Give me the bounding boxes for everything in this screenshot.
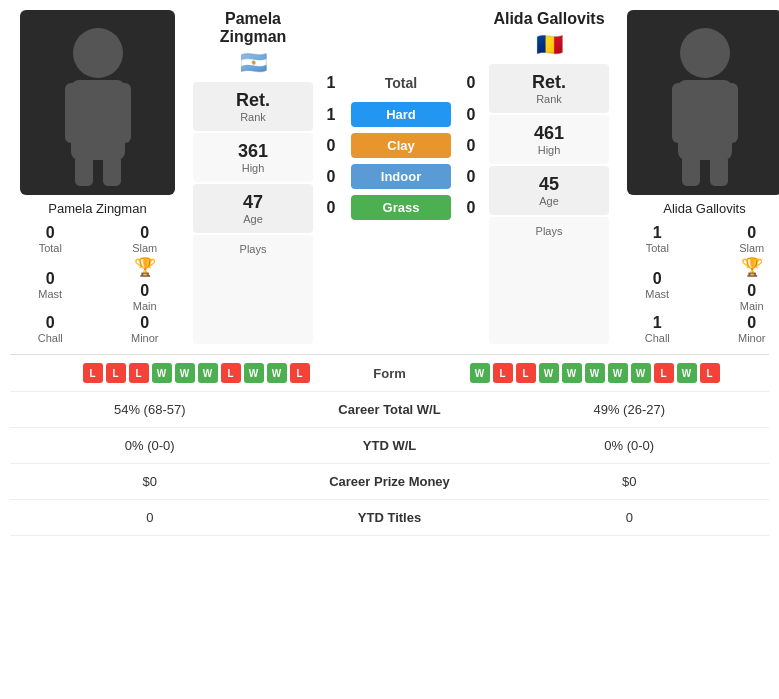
left-info-panel: Pamela Zingman 🇦🇷 Ret. Rank 361 High 47 …	[193, 10, 313, 344]
match-row-hard: 1 Hard 0	[321, 102, 481, 127]
left-stat-mast: 0 Mast	[38, 270, 62, 300]
surface-label-hard: Hard	[351, 102, 451, 127]
left-stat-slam: 0 Slam	[105, 224, 186, 254]
left-player-stats: 0 Total 0 Slam 0 Mast 🏆 0	[10, 224, 185, 344]
form-badge-l: L	[290, 363, 310, 383]
stat-row-left-value: 0	[10, 510, 290, 525]
left-age-box: 47 Age	[193, 184, 313, 233]
stat-row-right-value: 0% (0-0)	[490, 438, 770, 453]
svg-rect-4	[75, 156, 93, 186]
stat-row: 54% (68-57) Career Total W/L 49% (26-27)	[10, 392, 769, 428]
left-trophy-icon: 🏆	[134, 256, 156, 278]
form-badge-w: W	[175, 363, 195, 383]
left-trophy-row: 0 Mast	[10, 258, 91, 312]
stat-row-right-value: 49% (26-27)	[490, 402, 770, 417]
right-player-card: Alida Gallovits 1 Total 0 Slam 0 Mast	[617, 10, 779, 344]
left-stat-main: 0 Main	[133, 282, 157, 312]
svg-rect-10	[682, 156, 700, 186]
match-row-grass: 0 Grass 0	[321, 195, 481, 220]
bottom-table: LLLWWWLWWL Form WLLWWWWWLWL 54% (68-57) …	[10, 354, 769, 536]
top-section: Pamela Zingman 0 Total 0 Slam 0 Mast	[0, 0, 779, 344]
right-stat-minor: 0 Minor	[712, 314, 780, 344]
right-trophy-row: 0 Mast	[617, 258, 698, 312]
form-badge-l: L	[700, 363, 720, 383]
page-container: Pamela Zingman 0 Total 0 Slam 0 Mast	[0, 0, 779, 536]
center-match-panel: 1 Total 0 1 Hard 0 0 Clay 0 0 Indoor 0	[321, 10, 481, 344]
form-badge-w: W	[608, 363, 628, 383]
svg-point-6	[680, 28, 730, 78]
form-badge-w: W	[562, 363, 582, 383]
svg-rect-8	[672, 83, 688, 143]
left-stat-total: 0 Total	[10, 224, 91, 254]
right-stat-mast: 0 Mast	[645, 270, 669, 300]
form-badge-w: W	[198, 363, 218, 383]
match-row-clay: 0 Clay 0	[321, 133, 481, 158]
stat-row: 0% (0-0) YTD W/L 0% (0-0)	[10, 428, 769, 464]
left-player-avatar	[20, 10, 175, 195]
right-plays-box: Plays	[489, 217, 609, 344]
stat-row-left-value: $0	[10, 474, 290, 489]
match-row-total: 1 Total 0	[321, 70, 481, 96]
form-badge-l: L	[106, 363, 126, 383]
right-stat-main: 0 Main	[740, 282, 764, 312]
left-high-box: 361 High	[193, 133, 313, 182]
right-stat-slam: 0 Slam	[712, 224, 780, 254]
left-stat-chall: 0 Chall	[10, 314, 91, 344]
stat-row-center-label: Career Prize Money	[290, 474, 490, 489]
left-trophy-main: 🏆 0 Main	[105, 256, 186, 312]
svg-rect-5	[103, 156, 121, 186]
stat-row-right-value: 0	[490, 510, 770, 525]
stat-row: 0 YTD Titles 0	[10, 500, 769, 536]
form-badge-w: W	[677, 363, 697, 383]
right-player-avatar	[627, 10, 779, 195]
right-age-box: 45 Age	[489, 166, 609, 215]
match-row-indoor: 0 Indoor 0	[321, 164, 481, 189]
stat-row-right-value: $0	[490, 474, 770, 489]
right-rank-box: Ret. Rank	[489, 64, 609, 113]
left-flag: 🇦🇷	[240, 50, 267, 76]
form-badge-w: W	[244, 363, 264, 383]
form-badge-l: L	[516, 363, 536, 383]
form-badge-w: W	[470, 363, 490, 383]
form-badge-l: L	[221, 363, 241, 383]
form-badge-w: W	[539, 363, 559, 383]
form-badge-w: W	[267, 363, 287, 383]
surface-label-indoor: Indoor	[351, 164, 451, 189]
left-player-silhouette	[53, 18, 143, 188]
form-badge-l: L	[83, 363, 103, 383]
form-badge-w: W	[152, 363, 172, 383]
surface-label-clay: Clay	[351, 133, 451, 158]
form-badge-l: L	[493, 363, 513, 383]
surface-label-grass: Grass	[351, 195, 451, 220]
right-form-badges: WLLWWWWWLWL	[450, 363, 770, 383]
right-high-box: 461 High	[489, 115, 609, 164]
form-label: Form	[330, 366, 450, 381]
left-plays-box: Plays	[193, 235, 313, 344]
form-row: LLLWWWLWWL Form WLLWWWWWLWL	[10, 355, 769, 392]
left-stat-minor: 0 Minor	[105, 314, 186, 344]
right-player-stats: 1 Total 0 Slam 0 Mast 🏆 0	[617, 224, 779, 344]
svg-rect-3	[115, 83, 131, 143]
stat-row-left-value: 0% (0-0)	[10, 438, 290, 453]
right-info-panel: Alida Gallovits 🇷🇴 Ret. Rank 461 High 45…	[489, 10, 609, 344]
right-name-top: Alida Gallovits	[493, 10, 604, 28]
svg-rect-9	[722, 83, 738, 143]
form-badge-l: L	[654, 363, 674, 383]
svg-rect-11	[710, 156, 728, 186]
right-stat-total: 1 Total	[617, 224, 698, 254]
right-player-silhouette	[660, 18, 750, 188]
right-player-name: Alida Gallovits	[663, 201, 745, 216]
form-badge-w: W	[631, 363, 651, 383]
left-form-badges: LLLWWWLWWL	[10, 363, 330, 383]
surface-label-total: Total	[351, 70, 451, 96]
left-name-top: Pamela Zingman	[193, 10, 313, 46]
right-stat-chall: 1 Chall	[617, 314, 698, 344]
form-badge-l: L	[129, 363, 149, 383]
form-badge-w: W	[585, 363, 605, 383]
svg-rect-2	[65, 83, 81, 143]
stat-row-left-value: 54% (68-57)	[10, 402, 290, 417]
left-player-name: Pamela Zingman	[48, 201, 146, 216]
stat-row: $0 Career Prize Money $0	[10, 464, 769, 500]
svg-point-0	[73, 28, 123, 78]
stats-rows: 54% (68-57) Career Total W/L 49% (26-27)…	[10, 392, 769, 536]
